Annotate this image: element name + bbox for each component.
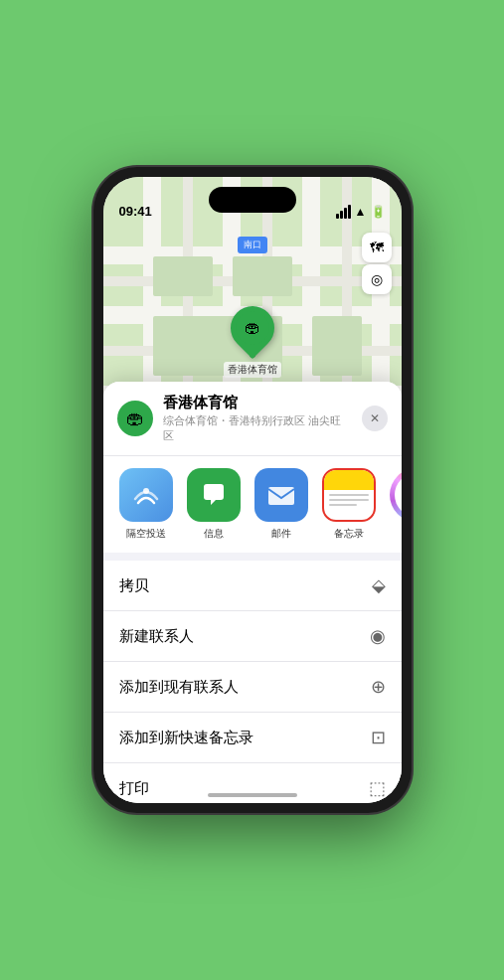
new-contact-icon: ◉ xyxy=(370,625,386,647)
quick-note-icon: ⊡ xyxy=(371,727,386,748)
airdrop-icon xyxy=(119,468,173,522)
venue-name: 香港体育馆 xyxy=(163,394,352,412)
close-button[interactable]: ✕ xyxy=(362,406,388,431)
action-print[interactable]: 打印 ⬚ xyxy=(103,763,402,803)
phone-frame: 09:41 ▲ 🔋 xyxy=(93,167,412,813)
status-time: 09:41 xyxy=(119,204,152,219)
venue-icon: 🏟 xyxy=(117,401,153,436)
stadium-marker[interactable]: 🏟 香港体育馆 xyxy=(224,306,281,378)
venue-card: 🏟 香港体育馆 综合体育馆・香港特别行政区 油尖旺区 ✕ xyxy=(103,382,402,456)
home-indicator xyxy=(208,793,297,797)
action-print-label: 打印 xyxy=(119,779,149,798)
notes-label: 备忘录 xyxy=(334,527,364,541)
action-new-contact-label: 新建联系人 xyxy=(119,627,194,646)
action-list: 拷贝 ⬙ 新建联系人 ◉ 添加到现有联系人 ⊕ 添加到新快速备忘录 ⊡ 打印 xyxy=(103,561,402,803)
wifi-icon: ▲ xyxy=(355,205,367,219)
message-icon xyxy=(187,468,241,522)
signal-icon xyxy=(336,205,351,219)
location-button[interactable]: ◎ xyxy=(362,264,392,294)
share-notes[interactable]: 备忘录 xyxy=(320,468,378,541)
mail-icon xyxy=(254,468,308,522)
map-controls: 🗺 ◎ xyxy=(362,233,392,294)
print-icon: ⬚ xyxy=(369,777,386,799)
mail-label: 邮件 xyxy=(271,527,291,541)
add-contact-icon: ⊕ xyxy=(371,676,386,698)
dynamic-island xyxy=(209,187,296,213)
map-label: 南口 xyxy=(238,237,267,253)
share-row: 隔空投送 信息 xyxy=(103,456,402,561)
share-more[interactable]: 推 xyxy=(388,468,402,541)
action-add-contact[interactable]: 添加到现有联系人 ⊕ xyxy=(103,662,402,713)
marker-pin: 🏟 xyxy=(221,297,282,359)
svg-rect-1 xyxy=(268,487,294,505)
share-message[interactable]: 信息 xyxy=(185,468,243,541)
venue-subtitle: 综合体育馆・香港特别行政区 油尖旺区 xyxy=(163,413,352,443)
message-label: 信息 xyxy=(204,527,224,541)
action-copy-label: 拷贝 xyxy=(119,576,149,595)
phone-screen: 09:41 ▲ 🔋 xyxy=(103,177,402,803)
action-add-contact-label: 添加到现有联系人 xyxy=(119,678,239,697)
share-mail[interactable]: 邮件 xyxy=(252,468,310,541)
action-quick-note[interactable]: 添加到新快速备忘录 ⊡ xyxy=(103,713,402,763)
share-airdrop[interactable]: 隔空投送 xyxy=(117,468,175,541)
airdrop-label: 隔空投送 xyxy=(126,527,166,541)
battery-icon: 🔋 xyxy=(371,205,386,219)
status-icons: ▲ 🔋 xyxy=(336,205,386,219)
action-new-contact[interactable]: 新建联系人 ◉ xyxy=(103,611,402,662)
map-view-button[interactable]: 🗺 xyxy=(362,233,392,262)
venue-info: 香港体育馆 综合体育馆・香港特别行政区 油尖旺区 xyxy=(163,394,352,443)
action-quick-note-label: 添加到新快速备忘录 xyxy=(119,729,253,747)
copy-icon: ⬙ xyxy=(372,574,386,596)
bottom-sheet: 🏟 香港体育馆 综合体育馆・香港特别行政区 油尖旺区 ✕ xyxy=(103,382,402,803)
marker-label: 香港体育馆 xyxy=(224,362,281,378)
action-copy[interactable]: 拷贝 ⬙ xyxy=(103,561,402,611)
